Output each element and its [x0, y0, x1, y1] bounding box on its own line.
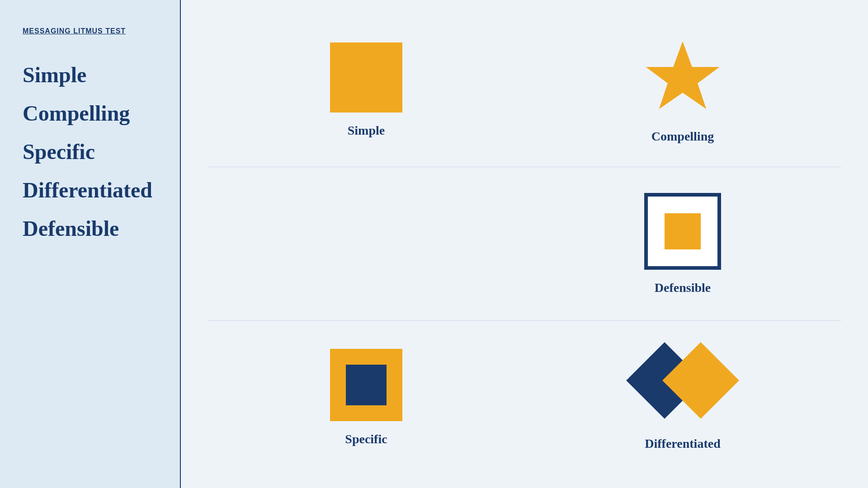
differentiated-label: Differentiated: [645, 436, 720, 451]
specific-icon: [330, 349, 402, 421]
cell-empty: [208, 167, 524, 321]
defensible-label: Defensible: [655, 281, 711, 295]
sidebar-item-compelling: Compelling: [23, 101, 162, 126]
sidebar-title: MESSAGING LITMUS TEST: [23, 27, 162, 35]
svg-marker-0: [646, 41, 720, 109]
specific-label: Specific: [345, 432, 387, 446]
main-content: Simple Compelling Defensible Specific Di…: [181, 0, 868, 488]
cell-specific: Specific: [208, 321, 524, 474]
cell-compelling: Compelling: [524, 14, 841, 167]
cell-defensible: Defensible: [524, 167, 841, 321]
sidebar-item-simple: Simple: [23, 62, 162, 87]
sidebar-item-differentiated: Differentiated: [23, 178, 162, 202]
compelling-label: Compelling: [651, 129, 714, 144]
sidebar: MESSAGING LITMUS TEST Simple Compelling …: [0, 0, 181, 488]
differentiated-icon: [628, 344, 737, 426]
sidebar-items: Simple Compelling Specific Differentiate…: [23, 62, 162, 241]
sidebar-item-specific: Specific: [23, 139, 162, 164]
specific-inner-square: [346, 365, 387, 405]
sidebar-item-defensible: Defensible: [23, 216, 162, 241]
cell-simple: Simple: [208, 14, 524, 167]
simple-label: Simple: [348, 123, 385, 138]
defensible-icon: [644, 193, 721, 270]
compelling-icon: [640, 37, 726, 118]
simple-icon: [330, 42, 402, 113]
cell-differentiated: Differentiated: [524, 321, 841, 474]
defensible-inner-square: [665, 213, 701, 249]
